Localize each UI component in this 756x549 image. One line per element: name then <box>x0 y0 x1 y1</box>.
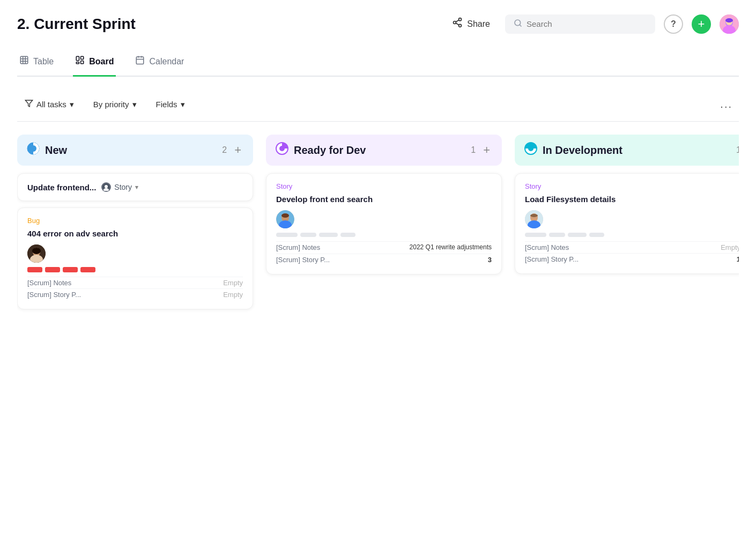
column-dev: In Development 1 Story Load Filesystem d… <box>515 135 739 280</box>
add-button[interactable]: + <box>692 14 711 34</box>
story-badge: Story ▾ <box>101 182 138 192</box>
column-title-new: New <box>45 144 217 157</box>
story-icon <box>101 182 111 192</box>
badge-chevron-icon: ▾ <box>135 184 138 191</box>
tab-table[interactable]: Table <box>17 50 56 77</box>
svg-point-36 <box>279 146 285 151</box>
svg-rect-20 <box>77 62 79 64</box>
column-count-new: 2 <box>222 145 227 155</box>
column-add-new[interactable]: + <box>232 143 243 157</box>
card-title-search: Develop front end search <box>276 194 492 205</box>
svg-point-33 <box>32 248 41 254</box>
column-ready: Ready for Dev 1 + Story Develop front en… <box>266 135 502 281</box>
column-header-dev: In Development 1 <box>515 135 739 166</box>
page-title: 2. Current Sprint <box>17 16 136 33</box>
table-icon <box>19 55 29 68</box>
badge-label: Story <box>114 183 132 191</box>
skel-bar-3 <box>319 233 338 237</box>
filter-button[interactable]: All tasks ▾ <box>17 95 81 114</box>
column-count-ready: 1 <box>471 145 476 155</box>
header-actions: Share ? + <box>446 13 739 35</box>
card-meta-story-ready: [Scrum] Story P... 3 <box>276 254 492 265</box>
svg-rect-17 <box>77 56 79 61</box>
card-update-frontend[interactable]: Update frontend... Story ▾ <box>17 173 253 201</box>
page-header: 2. Current Sprint Share ? + <box>17 13 739 35</box>
column-header-ready: Ready for Dev 1 + <box>266 135 502 166</box>
card-title-row: Update frontend... Story ▾ <box>27 182 243 192</box>
share-button[interactable]: Share <box>446 13 496 35</box>
svg-point-42 <box>528 146 533 151</box>
filter-icon <box>25 99 33 109</box>
skeleton-bars-dev <box>525 233 739 237</box>
card-avatar-man1 <box>276 210 294 228</box>
column-count-dev: 1 <box>736 145 739 155</box>
share-icon <box>452 17 463 31</box>
column-title-dev: In Development <box>543 144 731 157</box>
skel-bar-2 <box>300 233 316 237</box>
ready-status-icon <box>276 142 288 158</box>
skel-bar-dev-1 <box>525 233 546 237</box>
more-options-button[interactable]: ... <box>714 95 739 114</box>
group-chevron-icon: ▾ <box>132 100 137 109</box>
filter-chevron-icon: ▾ <box>70 100 74 109</box>
svg-point-46 <box>530 214 538 217</box>
card-title-filesystem: Load Filesystem details <box>525 194 739 205</box>
card-meta-story-p: [Scrum] Story P... Empty <box>27 288 243 300</box>
tab-board[interactable]: Board <box>73 50 116 77</box>
priority-bar-2 <box>45 267 60 272</box>
toolbar: All tasks ▾ By priority ▾ Fields ▾ ... <box>17 87 739 122</box>
avatar[interactable] <box>720 14 739 34</box>
group-button[interactable]: By priority ▾ <box>86 95 144 114</box>
priority-bar-4 <box>80 267 95 272</box>
svg-point-27 <box>30 145 36 152</box>
svg-marker-25 <box>25 100 32 107</box>
priority-bars <box>27 267 243 272</box>
svg-rect-21 <box>137 57 144 64</box>
card-meta-story-dev: [Scrum] Story P... 1 <box>525 253 739 265</box>
tab-calendar[interactable]: Calendar <box>133 50 186 77</box>
help-button[interactable]: ? <box>664 14 683 34</box>
skel-bar-dev-3 <box>568 233 587 237</box>
skel-bar-4 <box>340 233 355 237</box>
card-avatar-man2 <box>525 210 543 228</box>
card-avatar-woman <box>27 244 46 263</box>
card-avatar-row <box>27 244 243 263</box>
card-type-bug: Bug <box>27 217 243 225</box>
svg-rect-12 <box>20 56 28 64</box>
svg-point-29 <box>105 185 108 188</box>
fields-chevron-icon: ▾ <box>181 100 185 109</box>
card-404-error[interactable]: Bug 404 error on adv search <box>17 207 253 309</box>
skel-bar-1 <box>276 233 298 237</box>
skeleton-bars-ready <box>276 233 492 237</box>
card-meta-notes-ready: [Scrum] Notes 2022 Q1 rewrite adjustment… <box>276 241 492 254</box>
card-avatar-row-ready <box>276 210 492 228</box>
search-bar[interactable] <box>505 14 655 34</box>
card-title-404: 404 error on adv search <box>27 228 243 239</box>
priority-bar-3 <box>63 267 78 272</box>
column-new: New 2 + Update frontend... Story ▾ <box>17 135 253 316</box>
tab-bar: Table Board Calendar <box>17 50 739 77</box>
board: New 2 + Update frontend... Story ▾ <box>17 135 739 316</box>
card-develop-search[interactable]: Story Develop front end search <box>266 173 502 274</box>
column-add-ready[interactable]: + <box>481 143 492 157</box>
svg-line-3 <box>456 23 459 25</box>
board-icon <box>75 55 85 68</box>
svg-point-39 <box>281 213 289 218</box>
skel-bar-dev-2 <box>549 233 565 237</box>
search-icon <box>514 19 522 29</box>
skel-bar-dev-4 <box>589 233 604 237</box>
priority-bar-1 <box>27 267 42 272</box>
fields-button[interactable]: Fields ▾ <box>149 95 192 114</box>
card-meta-notes-dev: [Scrum] Notes Empty <box>525 241 739 253</box>
svg-rect-19 <box>81 61 84 64</box>
card-meta-notes: [Scrum] Notes Empty <box>27 277 243 288</box>
column-title-ready: Ready for Dev <box>294 144 465 157</box>
search-input[interactable] <box>527 19 647 28</box>
card-type-story-ready: Story <box>276 182 492 190</box>
card-type-story-dev: Story <box>525 182 739 190</box>
dev-status-icon <box>524 142 537 158</box>
svg-point-11 <box>725 18 733 23</box>
column-header-new: New 2 + <box>17 135 253 166</box>
svg-line-4 <box>456 20 459 21</box>
card-filesystem[interactable]: Story Load Filesystem details <box>515 173 739 274</box>
